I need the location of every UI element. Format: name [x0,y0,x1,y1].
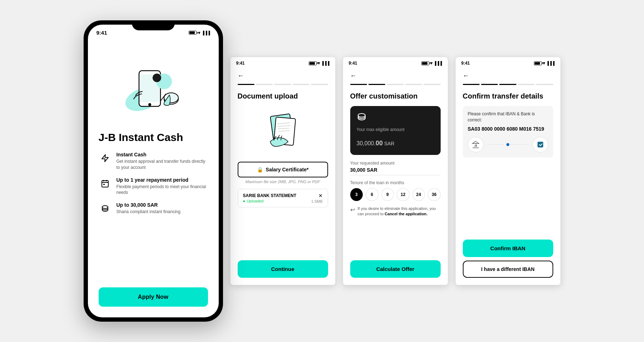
back-button-4[interactable]: ← [463,72,553,80]
feature-heading-2: Up to 1 year repayment period [117,177,208,183]
svg-point-5 [153,74,161,82]
progress-seg-2-1 [238,84,254,85]
progress-seg-4-3 [499,84,516,85]
upload-salary-button[interactable]: 🔒 Salary Certificate* [238,162,328,177]
upload-icon: 🔒 [257,167,263,172]
file-size: 1.5MB [311,199,323,203]
confirm-box: Please confirm that IBAN & Bank is corre… [463,106,553,157]
dot-line-2 [510,144,528,145]
wifi-icon-3: ▾ [430,61,432,66]
offer-decimals: 00 [376,140,383,147]
progress-bar-4 [463,84,553,85]
svg-point-20 [358,114,365,117]
feature-desc-1: Get instant approval and transfer funds … [117,159,208,171]
time-2: 9:41 [236,61,245,66]
tenure-12[interactable]: 12 [397,188,410,201]
screen-title-4: Confirm transfer details [463,92,553,100]
confirm-label: Please confirm that IBAN & Bank is corre… [468,111,548,123]
feature-heading-3: Up to 30,000 SAR [117,202,180,208]
uploaded-file-item: SARIE BANK STATEMENT ● Uploaded ✕ 1.5MB [238,189,328,207]
screen-title-3: Offer customisation [350,92,441,100]
dot-line-1 [488,144,506,145]
signal-icon-2: ▐▐▐ [321,61,329,65]
battery-icon [189,31,197,35]
cancel-icon: ↩ [350,206,355,214]
screen-3: 9:41 ▾ ▐▐▐ ← Offer customisation [343,57,448,285]
file-name: SARIE BANK STATEMENT [243,193,297,198]
tenure-24[interactable]: 24 [412,188,425,201]
time-4: 9:41 [461,61,470,66]
tenure-6[interactable]: 6 [366,188,378,201]
phone-inner: 9:41 ▾ ▐▐▐ [88,25,219,317]
app-title: J-B Instant Cash [99,131,208,143]
requested-value: 30,000 SAR [350,167,441,175]
iban-value: SA03 8000 0000 6080 M016 7519 [468,126,548,132]
progress-seg-4-4 [518,84,535,85]
cancel-link[interactable]: Cancel the application. [385,212,427,216]
svg-rect-8 [102,181,108,187]
tenure-9[interactable]: 9 [381,188,394,201]
status-bar-4: 9:41 ▾ ▐▐▐ [456,57,560,68]
battery-icon-2 [309,61,317,65]
upload-button-label: Salary Certificate* [266,167,309,172]
screen-4: 9:41 ▾ ▐▐▐ ← Confirm transfer details Pl… [455,57,561,285]
offer-amount-main: 30,000. [357,140,376,146]
requested-amount-section: Your requested amount 30,000 SAR [350,161,441,175]
apply-now-button[interactable]: Apply Now [99,287,208,307]
back-button-2[interactable]: ← [238,72,328,80]
lightning-icon [99,152,112,165]
hero-illustration [99,46,208,124]
signal-icon: ▐▐▐ [202,31,210,35]
phone-1: 9:41 ▾ ▐▐▐ [84,20,223,322]
spacer [463,163,553,240]
signal-icon-4: ▐▐▐ [546,61,554,65]
svg-point-3 [148,103,151,106]
status-bar-3: 9:41 ▾ ▐▐▐ [343,57,448,68]
offer-icon [357,112,434,124]
tenure-36[interactable]: 36 [428,188,441,201]
progress-seg-4-1 [463,84,480,85]
status-icons-1: ▾ ▐▐▐ [189,30,210,35]
progress-seg-3-3 [387,84,403,85]
screens-container: 9:41 ▾ ▐▐▐ [84,20,561,322]
progress-seg-4-2 [481,84,498,85]
back-button-3[interactable]: ← [350,72,441,80]
continue-button[interactable]: Continue [238,260,328,278]
progress-seg-2-3 [274,84,291,85]
battery-icon-4 [534,61,542,65]
file-info: SARIE BANK STATEMENT ● Uploaded [243,193,297,203]
tenure-section: Tenure of the loan in months 3 6 9 12 24… [350,180,441,206]
progress-bar-3 [350,84,441,85]
svg-point-13 [102,206,108,208]
cancel-text: If you desire to eliminate this applicat… [358,206,441,217]
calendar-icon [99,177,112,190]
tenure-label: Tenure of the loan in months [350,180,441,185]
screen-icons-3: ▾ ▐▐▐ [421,61,442,66]
feature-item-1: Instant Cash Get instant approval and tr… [99,152,208,171]
screen-content-4: ← Confirm transfer details Please confir… [456,68,560,285]
feature-heading-1: Instant Cash [117,152,208,157]
bank-icon [468,137,484,152]
offer-currency: SAR [384,141,395,146]
progress-bar-2 [238,84,328,85]
feature-text-2: Up to 1 year repayment period Flexible p… [117,177,208,196]
feature-text-3: Up to 30,000 SAR Sharia compliant instan… [117,202,180,215]
active-dot [506,143,509,146]
time-3: 9:41 [349,61,357,66]
calculate-offer-button[interactable]: Calculate Offer [350,260,441,278]
status-text: Uploaded [247,199,263,203]
feature-item-3: Up to 30,000 SAR Sharia compliant instan… [99,202,208,215]
offer-card: Your max eligible amount 30,000.00 SAR [350,106,441,155]
screen-icons-4: ▾ ▐▐▐ [534,61,554,66]
tenure-3[interactable]: 3 [350,188,363,201]
screen-title-2: Document upload [238,92,328,100]
confirm-iban-button[interactable]: Confirm IBAN [463,240,553,257]
progress-seg-3-4 [405,84,422,85]
coins-icon [99,202,112,215]
cancel-notice: ↩ If you desire to eliminate this applic… [350,206,441,217]
feature-item-2: Up to 1 year repayment period Flexible p… [99,177,208,196]
status-dot: ● [243,199,246,203]
different-iban-button[interactable]: I have a different IBAN [463,261,553,278]
remove-icon[interactable]: ✕ [318,193,323,198]
destination-icon [532,137,548,152]
